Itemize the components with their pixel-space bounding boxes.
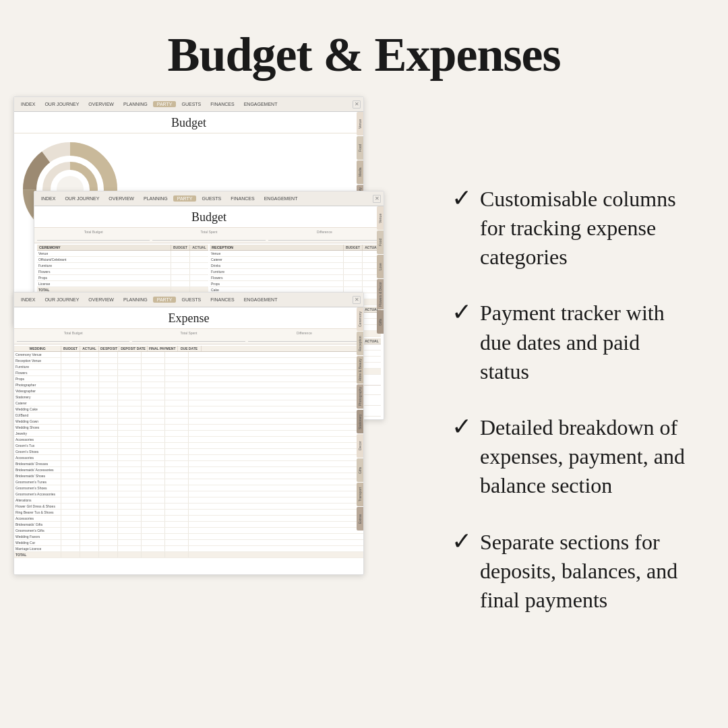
- expense-data-row: Wedding Shoes: [14, 425, 363, 431]
- expense-row-cell: [61, 364, 80, 369]
- side-tab-media[interactable]: Media: [357, 160, 363, 184]
- expense-row-label: Wedding Favors: [14, 534, 61, 539]
- expense-row-cell: [80, 485, 99, 491]
- expense-row-cell: [118, 540, 142, 545]
- tab-engagement-3[interactable]: ENGAGEMENT: [240, 297, 282, 303]
- expense-data-row: Alterations: [14, 497, 363, 504]
- expense-row-cell: [165, 388, 189, 394]
- side-tab-venue-2[interactable]: Venue: [377, 206, 384, 230]
- expense-data-row: Bridesmaids' Accessories: [14, 467, 363, 473]
- tab-index-3[interactable]: INDEX: [17, 297, 39, 303]
- side-tab-decor-3[interactable]: Decor: [357, 434, 363, 458]
- tab-close-1[interactable]: ✕: [353, 100, 361, 109]
- expense-row-cell: [80, 534, 99, 539]
- expense-row-label: TOTAL: [14, 552, 61, 557]
- expense-row-cell: [80, 443, 99, 448]
- expense-row-cell: [99, 497, 118, 503]
- tab-overview-1[interactable]: OVERVIEW: [84, 101, 118, 107]
- expense-row-label: Flowers: [14, 370, 61, 375]
- tab-close-2[interactable]: ✕: [373, 195, 381, 203]
- side-tab-gifts-3[interactable]: Gifts: [357, 458, 363, 482]
- reception-budget-col: BUDGET: [343, 245, 362, 250]
- expense-row-cell: [80, 497, 99, 503]
- expense-row-label: Stationery: [14, 394, 61, 400]
- expense-row-cell: [165, 425, 189, 430]
- tab-engagement-1[interactable]: ENGAGEMENT: [240, 101, 282, 107]
- side-tab-ceremony-3[interactable]: Ceremony: [357, 307, 363, 331]
- tab-index-2[interactable]: INDEX: [37, 195, 59, 202]
- expense-row-label: Bridesmaids' Dresses: [14, 461, 61, 466]
- expense-row-cell: [80, 425, 99, 430]
- difference-value: [268, 234, 381, 241]
- expense-row-cell: [142, 546, 165, 551]
- tab-party-3[interactable]: PARTY: [153, 297, 177, 303]
- tab-close-3[interactable]: ✕: [353, 296, 361, 304]
- side-tab-love-2[interactable]: Love: [377, 255, 384, 278]
- expense-row-cell: [80, 413, 99, 418]
- expense-row-cell: [61, 455, 80, 460]
- expense-row-cell: [61, 400, 80, 406]
- side-tab-attire-3[interactable]: Attire & Beauty: [357, 356, 363, 384]
- reception-item-1: Venue: [210, 251, 343, 256]
- expense-col-deposit: DESPOSIT: [99, 346, 119, 351]
- side-tab-photography-3[interactable]: Photography: [357, 384, 363, 408]
- expense-row-cell: [142, 497, 165, 503]
- tab-party-1[interactable]: PARTY: [153, 101, 177, 107]
- reception-item-5: Flowers: [210, 275, 343, 280]
- expense-row-cell: [61, 485, 80, 491]
- tab-guests-3[interactable]: GUESTS: [177, 297, 205, 303]
- side-tab-food[interactable]: Food: [357, 136, 363, 160]
- expense-row-cell: [165, 437, 189, 442]
- tab-journey-2[interactable]: OUR JOURNEY: [61, 195, 103, 202]
- expense-row-label: Caterer: [14, 400, 61, 406]
- tab-planning-3[interactable]: PLANNING: [119, 297, 152, 303]
- side-tab-gifts-2[interactable]: Gifts: [377, 310, 384, 334]
- tab-guests-1[interactable]: GUESTS: [177, 101, 205, 107]
- expense-row-label: Ring Bearer Tux & Shoes: [14, 510, 61, 515]
- feature-check-4: ✓: [452, 529, 472, 553]
- tab-finances-3[interactable]: FINANCES: [206, 297, 238, 303]
- expense-data-row: Caterer: [14, 400, 363, 406]
- expense-header-row: WEDDING BUDGET ACTUAL DESPOSIT DEPOSIT D…: [14, 346, 363, 352]
- side-tab-flowers-2[interactable]: Flowers & Decor: [377, 279, 384, 309]
- expense-row-cell: [165, 461, 189, 466]
- tab-journey-1[interactable]: OUR JOURNEY: [40, 101, 83, 107]
- tab-overview-2[interactable]: OVERVIEW: [104, 195, 138, 202]
- side-tab-food-2[interactable]: Food: [377, 231, 384, 254]
- tab-planning-1[interactable]: PLANNING: [119, 101, 152, 107]
- expense-row-cell: [61, 473, 80, 479]
- reception-item-4: Furniture: [210, 269, 343, 274]
- expense-data-row: Groomsmen's Accessories: [14, 491, 363, 497]
- ceremony-row-6: License: [37, 281, 208, 287]
- tab-finances-1[interactable]: FINANCES: [206, 101, 238, 107]
- expense-row-cell: [80, 491, 99, 497]
- expense-row-cell: [165, 552, 189, 557]
- tab-overview-3[interactable]: OVERVIEW: [84, 297, 118, 303]
- expense-row-cell: [118, 406, 142, 412]
- expense-row-cell: [165, 449, 189, 454]
- tab-engagement-2[interactable]: ENGAGEMENT: [260, 195, 302, 202]
- tab-index-1[interactable]: INDEX: [17, 101, 39, 107]
- feature-text-4: Separate sections for deposits, balances…: [480, 528, 694, 615]
- expense-col-dep-date: DEPOSIT DATE: [119, 346, 148, 351]
- expense-row-cell: [99, 522, 118, 527]
- tab-guests-2[interactable]: GUESTS: [198, 195, 225, 202]
- tab-finances-2[interactable]: FINANCES: [226, 195, 258, 202]
- tab-planning-2[interactable]: PLANNING: [140, 195, 172, 202]
- side-tab-stationery-3[interactable]: Stationery: [357, 410, 363, 433]
- expense-row-cell: [118, 370, 142, 375]
- expense-row-cell: [142, 431, 165, 436]
- expense-row-cell: [80, 455, 99, 460]
- side-tab-venue[interactable]: Venue: [357, 112, 363, 135]
- side-tab-reception-3[interactable]: Reception: [357, 332, 363, 355]
- expense-row-cell: [142, 528, 165, 533]
- tab-journey-3[interactable]: OUR JOURNEY: [40, 297, 83, 303]
- ceremony-item-3: Furniture: [37, 263, 171, 268]
- expense-row-cell: [61, 467, 80, 473]
- side-tab-extras-3[interactable]: Extras: [357, 507, 363, 530]
- expense-row-cell: [99, 504, 118, 509]
- side-tab-transport-3[interactable]: Transport: [357, 483, 363, 506]
- expense-row-cell: [80, 540, 99, 545]
- tab-party-2[interactable]: PARTY: [173, 195, 197, 202]
- expense-row-cell: [165, 546, 189, 551]
